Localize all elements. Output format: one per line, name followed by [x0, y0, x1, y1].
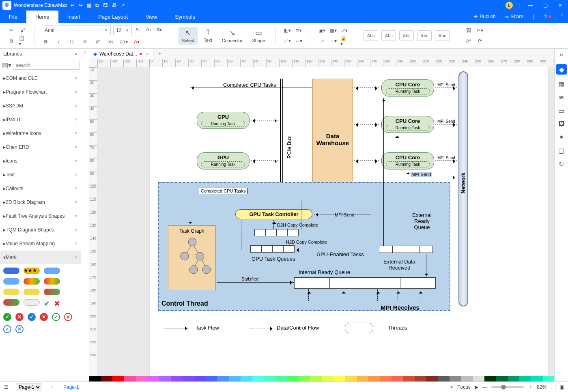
cut-icon[interactable]: ✂ [7, 26, 15, 34]
lib-item[interactable]: ▸ Value Stream Mapping× [0, 237, 81, 251]
color-swatch[interactable] [508, 376, 520, 381]
color-swatch[interactable] [252, 376, 264, 381]
external-ready-queue[interactable] [379, 246, 433, 253]
shrink-font-icon[interactable]: A↓ [145, 26, 153, 34]
select-tool[interactable]: ↖Select [179, 27, 198, 45]
style-chip-1[interactable]: Abc [364, 30, 378, 41]
scroll-up-icon[interactable]: ˄ [84, 51, 86, 57]
paste-icon[interactable]: 📋▾ [19, 37, 27, 45]
lib-item-mark[interactable]: ▾ Mark× [0, 251, 81, 264]
color-strip[interactable] [89, 376, 554, 381]
check-circle-icon[interactable]: ✓ [3, 313, 11, 321]
print-icon[interactable]: 🖶 [112, 2, 117, 8]
lock-icon[interactable]: 🔒▾ [340, 37, 349, 45]
play-icon[interactable]: ▶ [475, 384, 478, 390]
cpu-core-node[interactable]: CPU CoreRunning Task [381, 79, 434, 96]
size-icon[interactable]: ⤢▾ [340, 26, 349, 34]
check-circle-icon[interactable]: ✓ [3, 325, 11, 333]
tab-home[interactable]: Home [26, 11, 58, 23]
canvas[interactable]: Data Warehouse GPURunning Task GPURunnin… [97, 67, 554, 376]
close-icon[interactable]: × [75, 144, 77, 150]
style-chip-4[interactable]: Abc [417, 30, 432, 41]
color-swatch[interactable] [438, 376, 450, 381]
color-swatch[interactable] [403, 376, 415, 381]
close-icon[interactable]: × [75, 158, 77, 164]
tab-symbols[interactable]: Symbols [166, 11, 204, 23]
color-swatch[interactable] [299, 376, 310, 381]
close-icon[interactable]: × [75, 227, 77, 233]
color-swatch[interactable] [101, 376, 113, 381]
color-swatch[interactable] [182, 376, 194, 381]
mark-swatch[interactable] [3, 278, 19, 285]
tab-insert[interactable]: Insert [58, 11, 90, 23]
mark-swatch[interactable] [24, 289, 40, 295]
highlight-icon[interactable]: ab▾ [120, 38, 128, 46]
mark-swatch[interactable] [44, 268, 60, 274]
page-select[interactable]: Page-1 [17, 383, 41, 391]
lib-item[interactable]: ▸ Text× [0, 168, 81, 182]
minimize-button[interactable]: — [525, 2, 535, 8]
page-list-icon[interactable]: ☰ [0, 384, 13, 390]
lib-item[interactable]: ▸ Wireframe Icons× [0, 126, 81, 140]
lib-item[interactable]: ▸ iPad UI× [0, 113, 81, 126]
collapse-panel-icon[interactable]: « [75, 51, 77, 57]
gpu-node[interactable]: GPURunning Task [197, 112, 250, 129]
history-icon[interactable]: ↻ [559, 160, 564, 168]
color-swatch[interactable] [89, 376, 101, 381]
x-circle-icon[interactable]: ✕ [15, 313, 24, 321]
font-color-icon[interactable]: A▾ [133, 38, 141, 46]
lib-item[interactable]: ▸ Icons× [0, 154, 81, 168]
arrow-style-icon[interactable]: ↔▾ [295, 37, 303, 45]
color-swatch[interactable] [496, 376, 508, 381]
library-menu-icon[interactable]: ▤▾ [2, 61, 11, 69]
close-icon[interactable]: × [75, 103, 77, 109]
color-swatch[interactable] [194, 376, 206, 381]
new-icon[interactable]: ▦ [87, 2, 91, 8]
color-swatch[interactable] [310, 376, 322, 381]
copy-icon[interactable]: ⧉ [7, 37, 15, 45]
style-chip-3[interactable]: Abc [399, 30, 414, 41]
line-icon[interactable]: ／▾ [283, 37, 291, 45]
fit-page-icon[interactable]: ⛶ [551, 384, 555, 390]
mark-swatch[interactable] [3, 289, 19, 295]
color-swatch[interactable] [217, 376, 229, 381]
close-icon[interactable]: × [75, 255, 77, 260]
lib-item[interactable]: ▸ Program Flowchart× [0, 85, 81, 99]
mark-swatch[interactable] [44, 278, 60, 285]
mark-swatch[interactable]: ★★★ [24, 268, 40, 274]
cpu-core-node[interactable]: CPU CoreRunning Task [381, 152, 434, 169]
task-graph-node[interactable]: Task Graph [168, 225, 216, 290]
color-swatch[interactable] [543, 376, 555, 381]
close-icon[interactable]: × [75, 117, 77, 122]
new-tab-button[interactable]: ＋ [153, 50, 166, 57]
color-swatch[interactable] [241, 376, 252, 381]
present-icon[interactable]: ▢ [558, 147, 564, 154]
lib-item[interactable]: ▸ 2D Block Diagram× [0, 195, 81, 209]
focus-icon[interactable]: ⌖ [450, 384, 453, 390]
layers-icon[interactable]: ≋ [559, 94, 564, 101]
font-case-icon[interactable]: Aᵃ [465, 37, 473, 45]
color-swatch[interactable] [275, 376, 287, 381]
lib-item[interactable]: ▸ SSADM× [0, 99, 81, 113]
x-circle-icon[interactable]: ✕ [40, 313, 48, 321]
lib-item[interactable]: ▸ TQM Diagram Shapes× [0, 223, 81, 237]
format-painter-icon[interactable]: 🖌 [19, 26, 27, 34]
subscript-icon[interactable]: x₂ [107, 38, 115, 46]
bold-icon[interactable]: B [42, 38, 50, 46]
close-icon[interactable]: × [75, 89, 77, 95]
share-button[interactable]: ∞ Share [501, 11, 529, 23]
user-avatar[interactable]: L [506, 2, 513, 9]
color-swatch[interactable] [287, 376, 299, 381]
bring-front-icon[interactable]: ▣▾ [318, 26, 326, 34]
image-icon[interactable]: 🖼 [558, 120, 565, 128]
connector-tool[interactable]: ↘Connector [219, 27, 246, 45]
close-icon[interactable]: × [75, 241, 77, 246]
tab-page-layout[interactable]: Page Layout [89, 11, 137, 23]
lib-item[interactable]: ▸ Chen ERD× [0, 140, 81, 154]
fullscreen-icon[interactable]: ▣ [559, 384, 564, 390]
color-swatch[interactable] [392, 376, 403, 381]
text-tool[interactable]: TText [201, 27, 215, 44]
color-swatch[interactable] [357, 376, 368, 381]
fontsize-combo[interactable]: 12▼ [113, 26, 132, 35]
close-icon[interactable]: × [75, 131, 77, 136]
